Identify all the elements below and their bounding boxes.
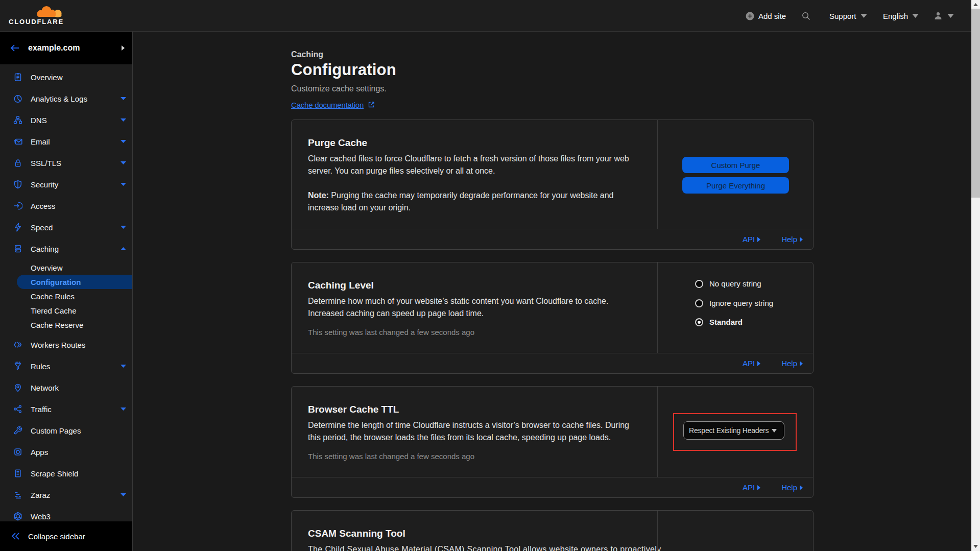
svg-text:CLOUDFLARE: CLOUDFLARE — [9, 18, 64, 26]
